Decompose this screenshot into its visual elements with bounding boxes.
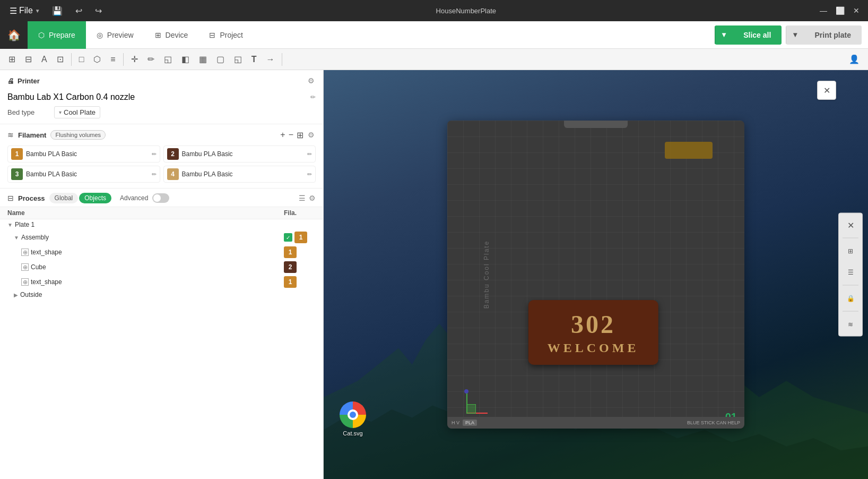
tab-project[interactable]: ⊟ Project [198,21,254,49]
cube-label: Cube [31,263,46,271]
window-title: HouseNumberPlate [116,7,817,15]
pencil-btn[interactable]: ✏ [143,52,159,66]
small-plate [665,142,713,159]
tree-item-text-shape-1[interactable]: ⊕ text_shape 1 [0,245,323,260]
redo-button[interactable]: ↪ [92,5,105,17]
right-divider-1 [843,238,858,238]
welcome-plate[interactable]: 302 WELCOME [528,300,658,365]
canvas-lock-btn[interactable]: 🔒 [841,289,860,308]
right-divider-2 [843,285,858,286]
undo-button[interactable]: ↩ [72,5,85,17]
text-shape-1-fila: 1 [284,246,297,258]
outside-label: Outside [20,291,42,298]
text-shape-1-label: text_shape [31,249,62,256]
tab-global[interactable]: Global [49,193,79,203]
text-shape-2-label: text_shape [31,278,62,286]
process-tab-group: Global Objects [49,193,111,203]
list-btn[interactable]: ≡ [106,53,119,66]
object-btn[interactable]: □ [75,53,89,66]
prepare-icon: ⬡ [38,31,45,39]
minimize-button[interactable]: — [817,5,830,16]
process-settings-button[interactable]: ⚙ [309,194,316,202]
save-button[interactable]: 💾 [49,5,66,17]
filament-edit-4[interactable]: ✏ [307,171,312,178]
printer-settings-button[interactable]: ⚙ [307,75,316,86]
assembly-checkbox[interactable]: ✓ [284,233,292,242]
tree-item-cube[interactable]: ⊕ Cube 2 [0,260,323,275]
slice-dropdown-button[interactable]: ▼ [715,25,733,44]
scale-btn[interactable]: ◧ [177,52,194,66]
menu-icon: ☰ [10,6,17,16]
filament-add-button[interactable]: + [280,130,285,140]
object-tree: Name Fila. ▼ Plate 1 ▼ Assembly ✓ [0,207,323,300]
rotate-btn[interactable]: ◱ [160,52,176,66]
filament-grid: 1 Bambu PLA Basic ✏ 2 Bambu PLA Basic ✏ … [7,146,316,183]
print-dropdown-button[interactable]: ▼ [786,25,804,44]
device-label: Device [166,31,188,39]
tab-device[interactable]: ⊞ Device [144,21,199,49]
advanced-toggle[interactable] [152,193,169,203]
close-window-button[interactable]: ✕ [850,5,863,16]
slice-all-button[interactable]: Slice all [733,25,782,45]
filament-name-4[interactable]: Bambu PLA Basic [182,170,233,178]
print-plate-button[interactable]: Print plate [804,25,862,45]
process-list-button[interactable]: ☰ [299,194,306,202]
canvas-right-sidebar: ✕ ⊞ ☰ 🔒 ≋ [838,213,863,337]
filament-name-2[interactable]: Bambu PLA Basic [182,150,233,158]
add-object-button[interactable]: ⊞ [4,52,20,66]
auto-orient-button[interactable]: A [37,53,51,66]
canvas-waves-btn[interactable]: ≋ [841,315,860,334]
tree-item-plate1[interactable]: ▼ Plate 1 [0,219,323,230]
print-plate-group: ▼ Print plate [786,25,862,45]
filament-remove-button[interactable]: − [289,130,293,140]
printer-section-icon: 🖨 [7,77,14,85]
home-button[interactable]: 🏠 [0,21,28,49]
printer-name: Bambu Lab X1 Carbon 0.4 nozzle [7,92,135,102]
canvas-close-button[interactable]: ✕ [817,81,836,100]
filament-edit-1[interactable]: ✏ [152,151,157,158]
user-btn[interactable]: 👤 [845,52,864,66]
filament-name-3[interactable]: Bambu PLA Basic [26,170,77,178]
text-shape-2-fila: 1 [284,276,297,288]
cube-btn[interactable]: ▢ [212,52,229,66]
mirror-btn[interactable]: ◱ [230,52,246,66]
outside-chevron-icon: ▶ [14,292,18,298]
tree-item-text-shape-2[interactable]: ⊕ text_shape 1 [0,275,323,289]
arrow-btn[interactable]: → [262,53,279,66]
bed-type-label: Bed type [7,108,50,116]
filament-edit-3[interactable]: ✏ [152,171,157,178]
slice-view-btn[interactable]: ▦ [195,52,211,66]
tab-preview[interactable]: ◎ Preview [86,21,144,49]
canvas-close-btn[interactable]: ✕ [841,216,860,235]
filament-settings-button[interactable]: ⚙ [307,130,316,140]
flushing-volumes-button[interactable]: Flushing volumes [50,130,106,140]
filament-copy-button[interactable]: ⊞ [297,130,303,140]
printer-edit-button[interactable]: ✏ [310,93,316,101]
filament-name-1[interactable]: Bambu PLA Basic [26,150,77,158]
maximize-button[interactable]: ⬜ [832,5,848,16]
tab-prepare[interactable]: ⬡ Prepare [28,21,86,49]
main-content: 🖨 Printer ⚙ Bambu Lab X1 Carbon 0.4 nozz… [0,70,868,479]
canvas-layers-btn[interactable]: ⊞ [841,242,860,261]
filament-edit-2[interactable]: ✏ [307,151,312,158]
tree-item-outside[interactable]: ▶ Outside [0,289,323,300]
filament-title: Filament [18,131,46,139]
project-icon: ⊟ [209,31,215,39]
filament-icon: ≋ [7,131,14,139]
move-btn[interactable]: ✛ [127,52,142,66]
tree-item-assembly[interactable]: ▼ Assembly ✓ 1 [0,230,323,245]
process-header: ⊟ Process Global Objects Advanced ☰ ⚙ [0,189,323,207]
grid-view-button[interactable]: ⊟ [21,52,36,66]
file-menu[interactable]: ☰ File ▼ [5,4,45,18]
process-icon-glyph: ⊟ [7,194,14,202]
bed-type-select[interactable]: ▾ Cool Plate [54,106,100,118]
cube-icon: ⊕ [21,263,29,271]
tab-objects[interactable]: Objects [79,193,111,203]
home-icon: 🏠 [7,29,21,41]
text-tool-btn[interactable]: T [247,53,261,66]
split-button[interactable]: ⊡ [53,52,68,66]
text-btn[interactable]: ⬡ [89,52,105,66]
canvas-objects-btn[interactable]: ☰ [841,263,860,282]
print-bed[interactable]: // We'll generate grid lines via inline … [447,121,744,429]
bed-grid-svg [447,121,744,429]
